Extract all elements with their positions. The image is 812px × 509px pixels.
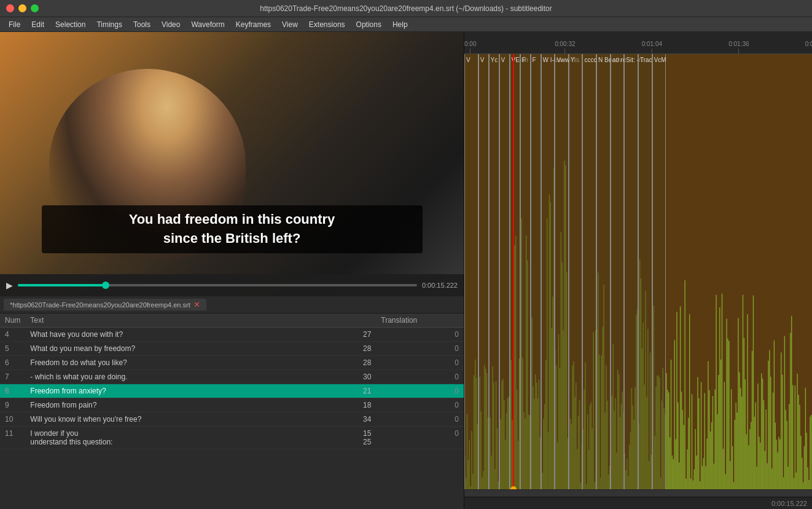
minimize-button[interactable]: [18, 4, 26, 12]
svg-rect-224: [723, 449, 724, 489]
svg-rect-280: [787, 467, 788, 489]
window-controls[interactable]: [6, 4, 39, 12]
cell-dur: 21: [351, 384, 376, 398]
svg-rect-268: [774, 341, 775, 489]
svg-rect-278: [786, 410, 786, 489]
waveform-segment: Sit: -n: [624, 54, 638, 489]
table-row[interactable]: 4 What have you done with it? 27 0: [0, 328, 464, 342]
svg-rect-180: [672, 456, 673, 489]
subtitle-tab[interactable]: *https0620Trade-Free20means20you20are20f…: [4, 299, 206, 310]
close-button[interactable]: [6, 4, 14, 12]
svg-rect-214: [711, 422, 712, 489]
table-row[interactable]: 9 Freedom from pain? 18 0: [0, 398, 464, 412]
cell-text: Freedom to do what you like?: [25, 356, 351, 370]
tab-close-icon[interactable]: ✕: [193, 301, 200, 309]
timecode-display: 0:00:15.222: [771, 500, 807, 507]
cell-num: 8: [0, 384, 25, 398]
progress-bar[interactable]: [18, 284, 417, 286]
cell-dur: 34: [351, 412, 376, 427]
svg-rect-256: [760, 443, 760, 489]
svg-rect-204: [700, 481, 700, 489]
svg-rect-291: [800, 436, 801, 489]
waveform-segment: cccc: [582, 54, 596, 489]
maximize-button[interactable]: [31, 4, 39, 12]
svg-rect-212: [709, 390, 709, 489]
menu-item-tools[interactable]: Tools: [128, 19, 155, 30]
svg-rect-209: [705, 466, 706, 489]
cell-num: 6: [0, 356, 25, 370]
subtitle-text: You had freedom in this country: [129, 211, 335, 227]
svg-rect-266: [771, 468, 772, 489]
svg-rect-237: [738, 318, 738, 489]
table-row[interactable]: 7 - which is what you are doing. 30 0: [0, 370, 464, 384]
menu-item-help[interactable]: Help: [388, 19, 413, 30]
waveform-segment: Vww-"lis: [555, 54, 569, 489]
cell-trans: [376, 384, 450, 398]
cell-dur: 27: [351, 328, 376, 342]
svg-rect-234: [735, 420, 735, 489]
menu-item-selection[interactable]: Selection: [50, 19, 90, 30]
menu-item-file[interactable]: File: [4, 19, 25, 30]
svg-rect-199: [694, 470, 695, 489]
svg-rect-233: [733, 482, 734, 489]
svg-rect-262: [767, 464, 767, 489]
menu-item-options[interactable]: Options: [351, 19, 386, 30]
cell-text: What have you done with it?: [25, 328, 351, 342]
cell-dur: 28: [351, 356, 376, 370]
menu-item-edit[interactable]: Edit: [26, 19, 49, 30]
svg-rect-225: [724, 382, 725, 489]
table-row[interactable]: 5 What do you mean by freedom? 28 0: [0, 342, 464, 356]
menu-item-video[interactable]: Video: [157, 19, 185, 30]
table-row[interactable]: 11 I wonder if youunderstand this questi…: [0, 427, 464, 449]
svg-rect-179: [671, 360, 671, 489]
svg-rect-217: [715, 390, 716, 489]
subtitle-list: 4 What have you done with it? 27 0 5 Wha…: [0, 328, 464, 449]
svg-rect-282: [790, 333, 791, 489]
svg-rect-228: [727, 339, 728, 489]
svg-rect-205: [701, 382, 701, 489]
col-header-zero: [450, 314, 464, 328]
subtitle-text-2: since the British left?: [163, 231, 301, 246]
waveform-area[interactable]: VVYcVVE-shFFW I-uu-Vww-"lisYccccN Be- th…: [464, 54, 812, 489]
table-row[interactable]: 8 Freedom from anxiety? 21 0: [0, 384, 464, 398]
svg-rect-215: [712, 396, 713, 489]
svg-rect-211: [708, 361, 708, 489]
menu-item-timings[interactable]: Timings: [92, 19, 127, 30]
waveform-scrollbar[interactable]: [464, 489, 812, 497]
svg-rect-272: [778, 437, 779, 489]
playhead: [513, 54, 514, 489]
table-row[interactable]: 10 Will you know it when you're free? 34…: [0, 412, 464, 427]
svg-rect-299: [810, 417, 810, 489]
svg-rect-281: [789, 404, 789, 489]
ruler-tick: [652, 49, 652, 53]
waveform-segment-label: Y: [571, 57, 575, 63]
svg-rect-236: [736, 412, 737, 489]
cell-zero: 0: [450, 384, 464, 398]
waveform-segment-label: VcM: [654, 57, 666, 63]
svg-rect-250: [753, 296, 754, 489]
svg-rect-181: [673, 459, 674, 489]
table-row[interactable]: 6 Freedom to do what you like? 28 0: [0, 356, 464, 370]
cell-zero: 0: [450, 328, 464, 342]
waveform-segment: ao re: [611, 54, 625, 489]
menu-item-waveform[interactable]: Waveform: [186, 19, 229, 30]
menu-item-view[interactable]: View: [277, 19, 303, 30]
cell-zero: 0: [450, 427, 464, 449]
svg-rect-188: [681, 392, 682, 489]
waveform-segment-label: cccc: [584, 57, 596, 63]
svg-rect-289: [798, 395, 798, 489]
play-button[interactable]: ▶: [6, 280, 13, 290]
subtitle-table-container[interactable]: Num Text Translation 4 What have you don…: [0, 314, 464, 509]
waveform-segment: F: [520, 54, 531, 489]
cell-zero: 0: [450, 412, 464, 427]
menu-item-keyframes[interactable]: Keyframes: [231, 19, 276, 30]
svg-rect-253: [756, 467, 757, 489]
progress-knob[interactable]: [102, 282, 109, 289]
svg-rect-295: [805, 388, 806, 489]
svg-rect-293: [803, 482, 803, 489]
svg-rect-192: [685, 478, 686, 489]
video-controls: ▶ 0:00:15.222: [0, 274, 464, 296]
svg-rect-261: [766, 409, 767, 489]
menu-item-extensions[interactable]: Extensions: [304, 19, 350, 30]
svg-rect-208: [705, 393, 705, 489]
